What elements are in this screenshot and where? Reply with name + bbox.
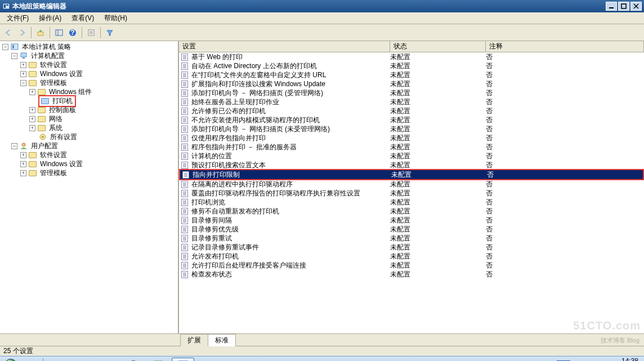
list-row[interactable]: 允许发布打印机未配置否: [179, 252, 644, 261]
tree-control-panel[interactable]: + 控制面板: [0, 105, 178, 114]
close-button[interactable]: [630, 2, 642, 11]
column-status[interactable]: 状态: [390, 41, 486, 52]
menu-action[interactable]: 操作(A): [34, 12, 66, 24]
list-row[interactable]: 修剪不自动重新发布的打印机未配置否: [179, 207, 644, 216]
collapse-icon[interactable]: −: [11, 143, 17, 149]
expand-icon[interactable]: +: [20, 152, 26, 158]
cell-status: 未配置: [390, 234, 486, 243]
minimize-button[interactable]: [606, 2, 617, 11]
show-hide-tree-button[interactable]: [53, 26, 65, 39]
start-button[interactable]: 开始: [2, 358, 39, 361]
menu-view[interactable]: 查看(V): [67, 12, 99, 24]
tree-windows-settings-user[interactable]: + Windows 设置: [0, 159, 178, 168]
tree-admin-templates-user[interactable]: + 管理模板: [0, 168, 178, 177]
tree-system[interactable]: + 系统: [0, 123, 178, 132]
folder-icon: [37, 124, 46, 132]
tree-computer-config[interactable]: − 计算机配置: [0, 51, 178, 60]
task-regedit[interactable]: [147, 358, 169, 361]
settings-list[interactable]: 基于 Web 的打印未配置否自动在 Active Directory 上公布新的…: [179, 52, 644, 333]
list-row[interactable]: 目录修剪间隔未配置否: [179, 216, 644, 225]
tree-software-settings[interactable]: + 软件设置: [0, 60, 178, 69]
list-row[interactable]: 不允许安装使用内核模式驱动程序的打印机未配置否: [179, 115, 644, 124]
list-row[interactable]: 扩展指向和打印连接以搜索 Windows Update未配置否: [179, 79, 644, 88]
tree-windows-settings[interactable]: + Windows 设置: [0, 69, 178, 78]
cell-setting: 仅使用程序包指向并打印: [190, 133, 390, 143]
tree-root[interactable]: − 本地计算机 策略: [0, 42, 178, 51]
tab-standard[interactable]: 标准: [208, 334, 236, 346]
up-button[interactable]: [34, 26, 47, 39]
list-row[interactable]: 目录修剪重试未配置否: [179, 234, 644, 243]
tree-windows-components[interactable]: + Windows 组件: [0, 87, 178, 96]
list-row[interactable]: 添加打印机向导 － 网络扫描页 (受管理网络)未配置否: [179, 88, 644, 97]
cell-comment: 否: [486, 97, 644, 107]
list-row[interactable]: 记录目录修剪重试事件未配置否: [179, 243, 644, 252]
list-row[interactable]: 目录修剪优先级未配置否: [179, 225, 644, 234]
list-row[interactable]: 允许打印后台处理程序接受客户端连接未配置否: [179, 261, 644, 270]
column-setting[interactable]: 设置: [179, 41, 390, 52]
tree-printers[interactable]: 打印机: [0, 96, 178, 105]
list-row[interactable]: 预设打印机搜索位置文本未配置否: [179, 161, 644, 170]
properties-button[interactable]: [85, 26, 97, 39]
task-gpedit[interactable]: [172, 358, 194, 361]
cell-status: 未配置: [390, 52, 486, 62]
list-row[interactable]: 打印机浏览未配置否: [179, 198, 644, 207]
clock-time[interactable]: 14:38: [612, 358, 638, 361]
policy-item-icon: [179, 162, 190, 169]
cell-comment: 否: [486, 270, 644, 279]
task-powershell[interactable]: >_: [73, 358, 95, 361]
expand-icon[interactable]: +: [29, 125, 35, 131]
status-count: 25 个设置: [3, 346, 33, 356]
task-explorer[interactable]: [97, 358, 120, 361]
list-row[interactable]: 程序包指向并打印 － 批准的服务器未配置否: [179, 142, 644, 151]
collapse-icon[interactable]: −: [20, 80, 26, 86]
list-row[interactable]: 允许修剪已公布的打印机未配置否: [179, 106, 644, 115]
cell-comment: 否: [486, 261, 644, 270]
cell-setting: 目录修剪优先级: [190, 225, 390, 234]
cell-status: 未配置: [390, 252, 486, 261]
tab-extended[interactable]: 扩展: [180, 334, 208, 346]
list-row[interactable]: 自动在 Active Directory 上公布新的打印机未配置否: [179, 61, 644, 70]
cell-status: 未配置: [390, 161, 486, 170]
expand-icon[interactable]: +: [29, 107, 35, 113]
task-server-manager[interactable]: [48, 358, 70, 361]
tree-all-settings[interactable]: 所有设置: [0, 132, 178, 141]
list-row[interactable]: 在“打印机”文件夹的左窗格中自定义支持 URL未配置否: [179, 70, 644, 79]
list-row[interactable]: 仅使用程序包指向并打印未配置否: [179, 133, 644, 142]
back-button[interactable]: [2, 26, 15, 39]
forward-button[interactable]: [16, 26, 28, 39]
expand-icon[interactable]: +: [20, 71, 26, 77]
menu-help[interactable]: 帮助(H): [100, 12, 132, 24]
list-row[interactable]: 添加打印机向导 － 网络扫描页 (未受管理网络)未配置否: [179, 124, 644, 133]
tree-network[interactable]: + 网络: [0, 114, 178, 123]
collapse-icon[interactable]: −: [2, 44, 8, 50]
policy-item-icon: [179, 190, 190, 197]
cell-setting: 计算机的位置: [190, 151, 390, 161]
maximize-button[interactable]: [618, 2, 629, 11]
collapse-icon[interactable]: −: [11, 53, 17, 59]
list-row[interactable]: 在隔离的进程中执行打印驱动程序未配置否: [179, 180, 644, 189]
tree-label: 控制面板: [48, 105, 77, 115]
expand-icon[interactable]: +: [29, 89, 35, 95]
policy-item-icon: [179, 72, 190, 79]
list-row[interactable]: 基于 Web 的打印未配置否: [179, 52, 644, 61]
list-row[interactable]: 指向并打印限制未配置否: [180, 170, 643, 179]
expand-icon[interactable]: +: [20, 170, 26, 176]
list-row[interactable]: 覆盖由打印驱动程序报告的打印驱动程序执行兼容性设置未配置否: [179, 189, 644, 198]
list-row[interactable]: 检查发布状态未配置否: [179, 270, 644, 279]
tree-pane[interactable]: − 本地计算机 策略 − 计算机配置 + 软件设置 + Windows 设置 −…: [0, 41, 179, 333]
filter-button[interactable]: [104, 26, 116, 39]
menu-file[interactable]: 文件(F): [2, 12, 33, 24]
expand-icon[interactable]: +: [29, 116, 35, 122]
expand-icon[interactable]: +: [20, 62, 26, 68]
tree-software-settings-user[interactable]: + 软件设置: [0, 150, 178, 159]
tree-admin-templates[interactable]: − 管理模板: [0, 78, 178, 87]
help-button[interactable]: ?: [66, 26, 79, 39]
task-services[interactable]: [122, 358, 145, 361]
cell-status: 未配置: [390, 261, 486, 270]
list-row[interactable]: 计算机的位置未配置否: [179, 151, 644, 161]
tree-user-config[interactable]: − 用户配置: [0, 141, 178, 150]
list-row[interactable]: 始终在服务器上呈现打印作业未配置否: [179, 97, 644, 106]
cell-setting: 添加打印机向导 － 网络扫描页 (未受管理网络): [190, 124, 390, 134]
column-comment[interactable]: 注释: [486, 41, 644, 52]
expand-icon[interactable]: +: [20, 161, 26, 167]
